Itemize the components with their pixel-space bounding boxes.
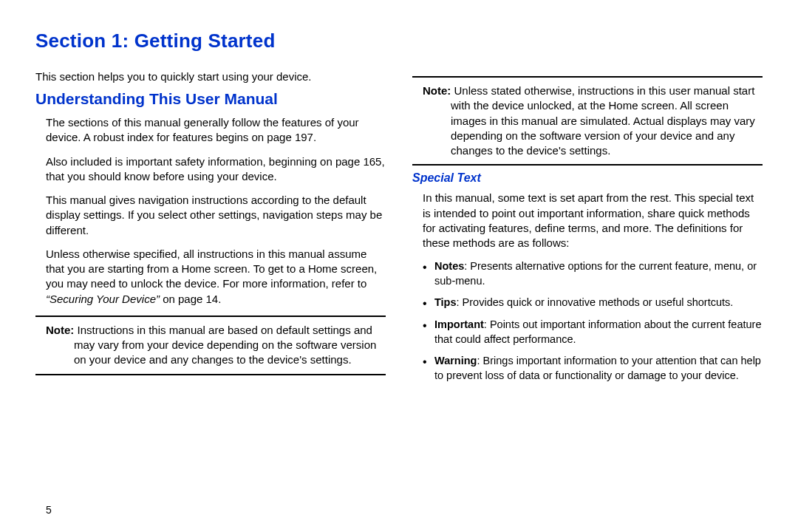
bullet-tips-label: Tips bbox=[434, 296, 457, 308]
bullet-notes: Notes: Presents alternative options for … bbox=[423, 259, 763, 288]
note-block-1: Note: Instructions in this manual are ba… bbox=[35, 316, 386, 375]
para-3: This manual gives navigation instruction… bbox=[35, 193, 386, 238]
note-1-body: Instructions in this manual are based on… bbox=[74, 324, 376, 366]
section-title: Section 1: Getting Started bbox=[35, 30, 763, 52]
para-4-italic: “Securing Your Device” bbox=[46, 293, 160, 305]
note-block-2: Note: Unless stated otherwise, instructi… bbox=[412, 76, 763, 166]
bullet-tips-text: : Provides quick or innovative methods o… bbox=[457, 296, 734, 308]
note-2-body: Unless stated otherwise, instructions in… bbox=[451, 84, 755, 157]
bullet-warning: Warning: Brings important information to… bbox=[423, 354, 763, 383]
left-column: This section helps you to quickly start … bbox=[35, 70, 386, 390]
bullet-notes-label: Notes bbox=[434, 260, 464, 272]
para-4-pre: Unless otherwise specified, all instruct… bbox=[46, 248, 377, 290]
note-1-label: Note: bbox=[46, 324, 74, 336]
para-1: The sections of this manual generally fo… bbox=[35, 115, 386, 146]
bullet-important-text: : Points out important information about… bbox=[434, 318, 761, 345]
bullet-important: Important: Points out important informat… bbox=[423, 318, 763, 347]
bullet-warning-label: Warning bbox=[434, 355, 477, 366]
para-4-post: on page 14. bbox=[160, 293, 221, 305]
bullet-important-label: Important bbox=[434, 318, 484, 330]
right-column: Note: Unless stated otherwise, instructi… bbox=[412, 70, 763, 390]
intro-text: This section helps you to quickly start … bbox=[35, 70, 386, 83]
note-2-label: Note: bbox=[423, 84, 451, 97]
note-2-text: Note: Unless stated otherwise, instructi… bbox=[412, 83, 763, 158]
subheading-special-text: Special Text bbox=[412, 171, 763, 185]
page-number: 5 bbox=[46, 504, 52, 516]
definitions-list: Notes: Presents alternative options for … bbox=[412, 259, 763, 383]
bullet-warning-text: : Brings important information to your a… bbox=[434, 355, 761, 381]
special-text-para: In this manual, some text is set apart f… bbox=[412, 191, 763, 250]
para-2: Also included is important safety inform… bbox=[35, 154, 386, 185]
content-columns: This section helps you to quickly start … bbox=[35, 70, 763, 390]
bullet-tips: Tips: Provides quick or innovative metho… bbox=[423, 296, 763, 310]
bullet-notes-text: : Presents alternative options for the c… bbox=[434, 260, 757, 287]
subheading-understanding: Understanding This User Manual bbox=[35, 90, 386, 108]
note-1-text: Note: Instructions in this manual are ba… bbox=[35, 323, 386, 368]
para-4: Unless otherwise specified, all instruct… bbox=[35, 247, 386, 307]
